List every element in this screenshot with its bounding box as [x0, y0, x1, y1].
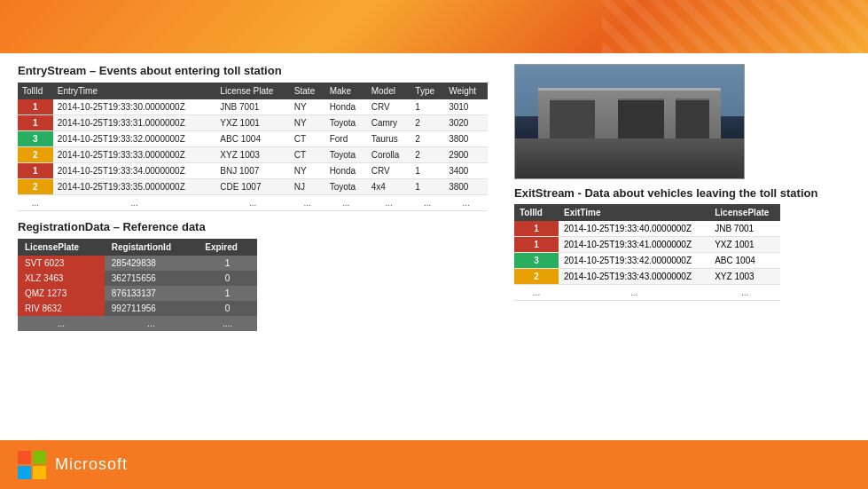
- entry-time-cell: 2014-10-25T19:33:30.0000000Z: [53, 99, 216, 115]
- entry-time-cell: 2014-10-25T19:33:35.0000000Z: [53, 179, 216, 195]
- ms-squares-icon: [18, 451, 46, 479]
- col-weight: Weight: [444, 83, 488, 99]
- main-content: EntryStream – Events about entering toll…: [0, 53, 868, 338]
- entry-stream-table: TollId EntryTime License Plate State Mak…: [18, 83, 488, 211]
- entry-time-cell: 2014-10-25T19:33:32.0000000Z: [53, 131, 216, 147]
- table-row: 2 2014-10-25T19:33:35.0000000Z CDE 1007 …: [18, 179, 488, 195]
- weight-cell: 3800: [444, 179, 488, 195]
- table-row: 3 2014-10-25T19:33:42.0000000Z ABC 1004: [514, 253, 780, 269]
- make-cell: Honda: [325, 163, 367, 179]
- reg-lp-cell: XLZ 3463: [18, 271, 105, 286]
- reg-lp-cell: QMZ 1273: [18, 286, 105, 301]
- ellipsis-row: ..........: [18, 316, 257, 331]
- reg-id-cell: 992711956: [105, 301, 198, 316]
- ms-sq-green: [33, 451, 46, 464]
- make-cell: Toyota: [325, 115, 367, 131]
- toll-id-cell: 1: [18, 163, 53, 179]
- exit-col-lp: LicensePlate: [709, 204, 780, 221]
- table-row: 1 2014-10-25T19:33:40.0000000Z JNB 7001: [514, 221, 780, 237]
- reg-data-table: LicensePlate RegistartionId Expired SVT …: [18, 239, 257, 331]
- license-plate-cell: XYZ 1003: [215, 147, 290, 163]
- model-cell: Corolla: [367, 147, 411, 163]
- type-cell: 1: [411, 179, 444, 195]
- type-cell: 1: [411, 163, 444, 179]
- exit-stream-table: TollId ExitTime LicensePlate 1 2014-10-2…: [514, 204, 780, 301]
- type-cell: 2: [411, 147, 444, 163]
- make-cell: Toyota: [325, 147, 367, 163]
- license-plate-cell: BNJ 1007: [215, 163, 290, 179]
- reg-exp-cell: 1: [198, 256, 257, 271]
- top-banner: [0, 0, 868, 53]
- license-plate-cell: YXZ 1001: [215, 115, 290, 131]
- exit-col-exittime: ExitTime: [559, 204, 709, 221]
- table-row: 1 2014-10-25T19:33:31.0000000Z YXZ 1001 …: [18, 115, 488, 131]
- exit-toll-id-cell: 2: [514, 269, 559, 285]
- entry-stream-title: EntryStream – Events about entering toll…: [18, 64, 497, 77]
- table-row: 1 2014-10-25T19:33:41.0000000Z YXZ 1001: [514, 237, 780, 253]
- license-plate-cell: CDE 1007: [215, 179, 290, 195]
- col-entrytime: EntryTime: [53, 83, 216, 99]
- exit-time-cell: 2014-10-25T19:33:40.0000000Z: [559, 221, 709, 237]
- entry-time-cell: 2014-10-25T19:33:33.0000000Z: [53, 147, 216, 163]
- col-licenseplate: License Plate: [215, 83, 290, 99]
- model-cell: CRV: [367, 163, 411, 179]
- license-plate-cell: ABC 1004: [215, 131, 290, 147]
- model-cell: Camry: [367, 115, 411, 131]
- state-cell: NY: [290, 115, 325, 131]
- exit-lp-cell: XYZ 1003: [709, 269, 780, 285]
- toll-id-cell: 1: [18, 99, 53, 115]
- exit-stream-title: ExitStream - Data about vehicles leaving…: [514, 186, 850, 200]
- model-cell: Taurus: [367, 131, 411, 147]
- exit-toll-id-cell: 1: [514, 237, 559, 253]
- exit-lp-cell: ABC 1004: [709, 253, 780, 269]
- col-model: Model: [367, 83, 411, 99]
- weight-cell: 3800: [444, 131, 488, 147]
- state-cell: NY: [290, 163, 325, 179]
- state-cell: NY: [290, 99, 325, 115]
- exit-lp-cell: YXZ 1001: [709, 237, 780, 253]
- table-row: SVT 6023 285429838 1: [18, 256, 257, 271]
- toll-station-photo: [514, 64, 745, 179]
- type-cell: 1: [411, 99, 444, 115]
- exit-time-cell: 2014-10-25T19:33:43.0000000Z: [559, 269, 709, 285]
- type-cell: 2: [411, 131, 444, 147]
- state-cell: CT: [290, 147, 325, 163]
- reg-id-cell: 362715656: [105, 271, 198, 286]
- col-make: Make: [325, 83, 367, 99]
- reg-id-cell: 285429838: [105, 256, 198, 271]
- reg-id-cell: 876133137: [105, 286, 198, 301]
- type-cell: 2: [411, 115, 444, 131]
- col-tollid: TollId: [18, 83, 53, 99]
- toll-id-cell: 1: [18, 115, 53, 131]
- left-column: EntryStream – Events about entering toll…: [18, 64, 497, 331]
- toll-id-cell: 2: [18, 147, 53, 163]
- exit-toll-id-cell: 1: [514, 221, 559, 237]
- license-plate-cell: JNB 7001: [215, 99, 290, 115]
- reg-exp-cell: 0: [198, 271, 257, 286]
- reg-data-title: RegistrationData – Reference data: [18, 220, 497, 233]
- table-row: 1 2014-10-25T19:33:30.0000000Z JNB 7001 …: [18, 99, 488, 115]
- reg-col-exp: Expired: [198, 239, 257, 256]
- model-cell: CRV: [367, 99, 411, 115]
- reg-col-id: RegistartionId: [105, 239, 198, 256]
- table-row: XLZ 3463 362715656 0: [18, 271, 257, 286]
- reg-col-lp: LicensePlate: [18, 239, 105, 256]
- toll-id-cell: 3: [18, 131, 53, 147]
- ms-sq-yellow: [33, 466, 46, 479]
- state-cell: CT: [290, 131, 325, 147]
- entry-time-cell: 2014-10-25T19:33:34.0000000Z: [53, 163, 216, 179]
- weight-cell: 3400: [444, 163, 488, 179]
- weight-cell: 3010: [444, 99, 488, 115]
- table-row: 2 2014-10-25T19:33:43.0000000Z XYZ 1003: [514, 269, 780, 285]
- exit-col-tollid: TollId: [514, 204, 559, 221]
- microsoft-logo: Microsoft: [18, 451, 128, 479]
- table-row: QMZ 1273 876133137 1: [18, 286, 257, 301]
- state-cell: NJ: [290, 179, 325, 195]
- exit-time-cell: 2014-10-25T19:33:41.0000000Z: [559, 237, 709, 253]
- right-column: ExitStream - Data about vehicles leaving…: [514, 64, 850, 331]
- reg-exp-cell: 0: [198, 301, 257, 316]
- ellipsis-row: .........: [514, 285, 780, 301]
- exit-toll-id-cell: 3: [514, 253, 559, 269]
- reg-exp-cell: 1: [198, 286, 257, 301]
- ellipsis-row: ........................: [18, 195, 488, 211]
